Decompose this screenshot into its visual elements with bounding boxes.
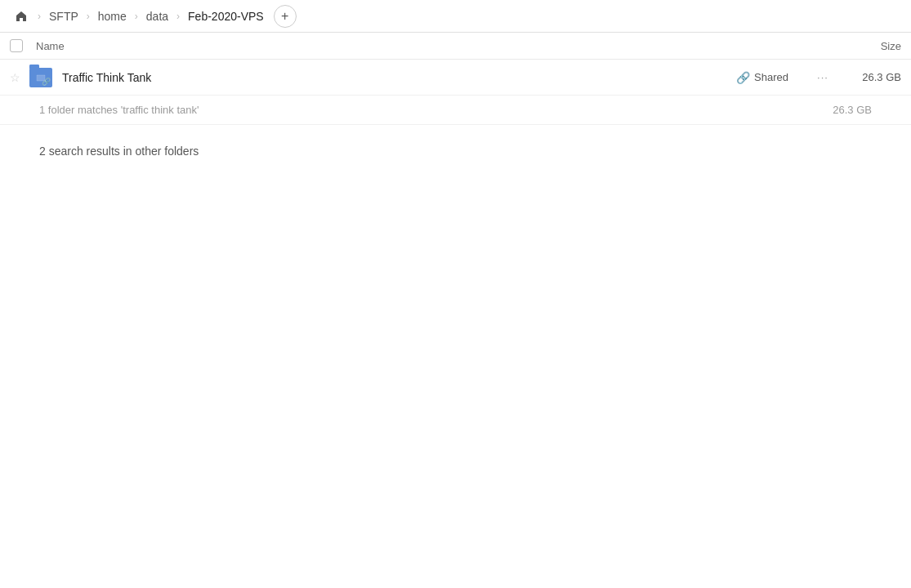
- sep-2: ›: [135, 11, 138, 22]
- name-column-header: Name: [36, 40, 819, 52]
- shared-badge: 🔗 Shared: [736, 71, 810, 84]
- sep-0: ›: [38, 11, 41, 22]
- other-folders-heading: 2 search results in other folders: [0, 125, 911, 167]
- size-column-header: Size: [819, 40, 901, 52]
- matches-text: 1 folder matches 'traffic think tank': [39, 104, 199, 116]
- more-options-button[interactable]: ···: [810, 71, 836, 83]
- home-button[interactable]: [10, 5, 33, 28]
- breadcrumb-sftp[interactable]: SFTP: [46, 8, 82, 24]
- add-button[interactable]: +: [274, 5, 297, 28]
- summary-row: 1 folder matches 'traffic think tank' 26…: [0, 96, 911, 125]
- sep-1: ›: [87, 11, 90, 22]
- shared-label: Shared: [754, 71, 788, 83]
- breadcrumb-home[interactable]: home: [95, 8, 130, 24]
- folder-icon: 🔗: [29, 68, 56, 87]
- column-headers: Name Size: [0, 33, 911, 60]
- total-size: 26.3 GB: [833, 104, 872, 116]
- breadcrumb-feb2020vps[interactable]: Feb-2020-VPS: [185, 8, 267, 24]
- sep-3: ›: [176, 11, 180, 22]
- select-all-checkbox[interactable]: [10, 39, 36, 52]
- toolbar: › SFTP › home › data › Feb-2020-VPS +: [0, 0, 911, 33]
- file-size: 26.3 GB: [836, 71, 901, 83]
- breadcrumb-data[interactable]: data: [143, 8, 172, 24]
- star-icon[interactable]: ☆: [10, 71, 29, 84]
- link-icon: 🔗: [736, 71, 750, 84]
- table-row[interactable]: ☆ 🔗 Traffic Think Tank 🔗 Shared ··· 26.3…: [0, 60, 911, 96]
- folder-name: Traffic Think Tank: [56, 71, 736, 84]
